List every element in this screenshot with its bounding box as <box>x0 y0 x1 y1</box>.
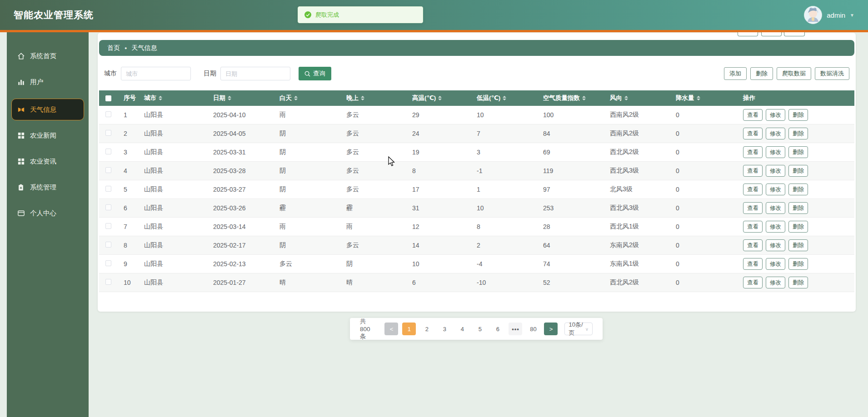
sort-icon[interactable] <box>294 96 298 100</box>
column-header[interactable]: 晚上 <box>340 94 406 102</box>
edit-button[interactable]: 修改 <box>766 239 785 251</box>
username[interactable]: admin <box>827 11 845 19</box>
edit-button[interactable]: 修改 <box>766 258 785 270</box>
sidebar-item-1[interactable]: 用户 <box>11 73 84 91</box>
sort-icon[interactable] <box>503 96 506 100</box>
last-page-button[interactable]: 80 <box>526 323 540 335</box>
view-button[interactable]: 查看 <box>743 128 763 139</box>
column-header[interactable]: 降水量 <box>669 94 737 102</box>
delete-button[interactable]: 删除 <box>788 184 808 195</box>
edit-button[interactable]: 修改 <box>766 109 785 121</box>
edit-button[interactable]: 修改 <box>766 277 785 288</box>
column-header[interactable]: 空气质量指数 <box>537 94 604 102</box>
row-checkbox[interactable] <box>105 204 111 210</box>
sidebar-item-2[interactable]: 天气信息 <box>11 99 84 120</box>
select-all-checkbox[interactable] <box>105 95 111 101</box>
prev-page-button[interactable]: < <box>384 323 398 335</box>
edit-button[interactable]: 修改 <box>766 202 785 214</box>
user-menu[interactable]: admin ▼ <box>804 6 854 24</box>
row-checkbox[interactable] <box>105 186 111 192</box>
delete-button[interactable]: 删除 <box>788 146 808 158</box>
sort-icon[interactable] <box>228 96 231 100</box>
cell-no: 9 <box>117 260 138 268</box>
row-actions: 查看修改删除 <box>737 165 854 177</box>
row-checkbox[interactable] <box>105 260 111 266</box>
clipped-delete-button[interactable] <box>784 32 805 36</box>
page-button-1[interactable]: 1 <box>402 323 416 335</box>
edit-button[interactable]: 修改 <box>766 128 785 139</box>
page-button-3[interactable]: 3 <box>438 323 451 335</box>
page-size-select[interactable]: 10条/页 ∨ <box>564 323 593 335</box>
date-input[interactable] <box>220 67 290 80</box>
sort-icon[interactable] <box>624 96 628 100</box>
table-row: 5 山阳县 2025-03-27 阴 多云 17 1 97 北风3级 0 查看修… <box>99 180 854 199</box>
sort-icon[interactable] <box>361 96 364 100</box>
cell-rain: 0 <box>669 242 737 249</box>
view-button[interactable]: 查看 <box>743 221 763 233</box>
success-toast: 爬取完成 <box>298 6 423 23</box>
view-button[interactable]: 查看 <box>743 184 763 195</box>
city-input[interactable] <box>121 67 191 80</box>
edit-button[interactable]: 修改 <box>766 146 785 158</box>
view-button[interactable]: 查看 <box>743 258 763 270</box>
sort-icon[interactable] <box>697 96 700 100</box>
page-button-6[interactable]: 6 <box>491 323 504 335</box>
search-button[interactable]: 查询 <box>299 67 331 80</box>
sidebar-item-4[interactable]: 农业资讯 <box>11 152 84 170</box>
page-button-2[interactable]: 2 <box>420 323 434 335</box>
column-header[interactable]: 白天 <box>273 94 340 102</box>
view-button[interactable]: 查看 <box>743 239 763 251</box>
clipped-view-button[interactable] <box>738 32 758 36</box>
delete-button[interactable]: 删除 <box>750 67 773 80</box>
delete-button[interactable]: 删除 <box>788 128 808 139</box>
row-checkbox[interactable] <box>105 111 111 117</box>
more-pages-button[interactable]: ••• <box>509 323 522 335</box>
delete-button[interactable]: 删除 <box>788 202 808 214</box>
view-button[interactable]: 查看 <box>743 277 763 288</box>
sidebar-item-0[interactable]: 系统首页 <box>11 47 84 65</box>
sidebar-item-6[interactable]: 个人中心 <box>11 204 84 222</box>
delete-button[interactable]: 删除 <box>788 109 808 121</box>
column-header[interactable]: 城市 <box>138 94 207 102</box>
column-header[interactable]: 低温(℃) <box>470 94 537 102</box>
avatar[interactable] <box>804 6 822 24</box>
column-header[interactable]: 日期 <box>207 94 273 102</box>
view-button[interactable]: 查看 <box>743 165 763 177</box>
page-button-5[interactable]: 5 <box>473 323 487 335</box>
search-icon <box>304 71 310 77</box>
breadcrumb-home[interactable]: 首页 <box>107 44 120 52</box>
column-header[interactable]: 风向 <box>604 94 669 102</box>
crawl-data-button[interactable]: 爬取数据 <box>777 67 811 80</box>
view-button[interactable]: 查看 <box>743 146 763 158</box>
sidebar-item-5[interactable]: 系统管理 <box>11 178 84 196</box>
clipped-edit-button[interactable] <box>761 32 782 36</box>
edit-button[interactable]: 修改 <box>766 165 785 177</box>
row-checkbox[interactable] <box>105 130 111 136</box>
row-checkbox[interactable] <box>105 149 111 154</box>
cell-low: 3 <box>470 149 537 156</box>
sort-icon[interactable] <box>438 96 442 100</box>
delete-button[interactable]: 删除 <box>788 165 808 177</box>
delete-button[interactable]: 删除 <box>788 221 808 233</box>
delete-button[interactable]: 删除 <box>788 277 808 288</box>
add-button[interactable]: 添加 <box>724 67 747 80</box>
edit-button[interactable]: 修改 <box>766 221 785 233</box>
row-checkbox[interactable] <box>105 223 111 229</box>
chevron-down-icon[interactable]: ▼ <box>850 13 854 18</box>
clean-data-button[interactable]: 数据清洗 <box>815 67 849 80</box>
sidebar-item-3[interactable]: 农业新闻 <box>11 126 84 144</box>
next-page-button[interactable]: > <box>544 323 558 335</box>
page-button-4[interactable]: 4 <box>455 323 469 335</box>
delete-button[interactable]: 删除 <box>788 239 808 251</box>
view-button[interactable]: 查看 <box>743 109 763 121</box>
sort-icon[interactable] <box>582 96 586 100</box>
row-checkbox[interactable] <box>105 279 111 285</box>
sort-icon[interactable] <box>159 96 162 100</box>
view-button[interactable]: 查看 <box>743 202 763 214</box>
row-checkbox[interactable] <box>105 167 111 173</box>
edit-button[interactable]: 修改 <box>766 184 785 195</box>
column-header[interactable]: 高温(℃) <box>406 94 470 102</box>
cell-aqi: 253 <box>537 204 604 212</box>
delete-button[interactable]: 删除 <box>788 258 808 270</box>
row-checkbox[interactable] <box>105 242 111 248</box>
